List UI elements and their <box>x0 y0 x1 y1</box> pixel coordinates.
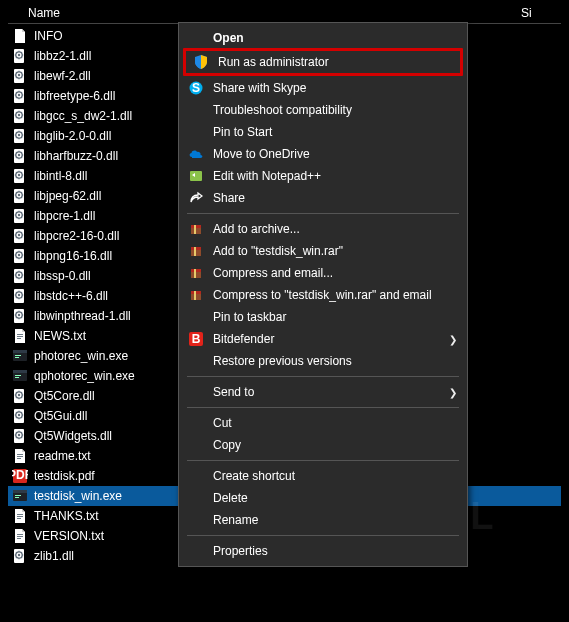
dll-icon <box>12 108 28 124</box>
svg-rect-52 <box>15 377 19 378</box>
dll-icon <box>12 388 28 404</box>
chevron-right-icon: ❯ <box>447 334 457 345</box>
svg-rect-70 <box>15 497 19 498</box>
menu-properties[interactable]: Properties <box>181 540 465 562</box>
menu-copy[interactable]: Copy <box>181 434 465 456</box>
dll-icon <box>12 288 28 304</box>
svg-rect-43 <box>17 336 23 337</box>
chevron-right-icon: ❯ <box>447 387 457 398</box>
pdf-icon: PDF <box>12 468 28 484</box>
menu-onedrive[interactable]: Move to OneDrive <box>181 143 465 165</box>
column-name[interactable]: Name <box>8 6 521 20</box>
menu-notepadpp[interactable]: Edit with Notepad++ <box>181 165 465 187</box>
menu-cut[interactable]: Cut <box>181 412 465 434</box>
svg-rect-91 <box>194 269 196 278</box>
menu-label: Compress to "testdisk_win.rar" and email <box>207 288 457 302</box>
svg-rect-44 <box>17 338 21 339</box>
menu-bitdefender[interactable]: B Bitdefender ❯ <box>181 328 465 350</box>
file-name: Qt5Core.dll <box>34 389 194 403</box>
menu-open[interactable]: Open <box>181 27 465 49</box>
winrar-icon <box>185 287 207 303</box>
menu-separator <box>187 535 459 536</box>
svg-point-23 <box>18 194 20 196</box>
dll-icon <box>12 408 28 424</box>
dll-icon <box>12 48 28 64</box>
file-name: libharfbuzz-0.dll <box>34 149 194 163</box>
svg-rect-82 <box>190 171 202 181</box>
menu-compress-email[interactable]: Compress and email... <box>181 262 465 284</box>
blank-icon <box>185 309 207 325</box>
svg-rect-69 <box>15 495 21 496</box>
menu-send-to[interactable]: Send to ❯ <box>181 381 465 403</box>
menu-shortcut[interactable]: Create shortcut <box>181 465 465 487</box>
svg-point-5 <box>18 74 20 76</box>
menu-label: Compress and email... <box>207 266 457 280</box>
txt-icon <box>12 508 28 524</box>
menu-restore[interactable]: Restore previous versions <box>181 350 465 372</box>
dll-icon <box>12 268 28 284</box>
svg-point-32 <box>18 254 20 256</box>
file-name: libfreetype-6.dll <box>34 89 194 103</box>
svg-rect-51 <box>15 375 21 376</box>
menu-compress-rar-email[interactable]: Compress to "testdisk_win.rar" and email <box>181 284 465 306</box>
file-name: photorec_win.exe <box>34 349 194 363</box>
menu-pin-start[interactable]: Pin to Start <box>181 121 465 143</box>
dll-icon <box>12 248 28 264</box>
file-name: readme.txt <box>34 449 194 463</box>
file-icon <box>12 28 28 44</box>
svg-point-11 <box>18 114 20 116</box>
menu-share[interactable]: Share <box>181 187 465 209</box>
svg-rect-85 <box>194 225 196 234</box>
menu-separator <box>187 213 459 214</box>
svg-rect-88 <box>194 247 196 256</box>
menu-label: Troubleshoot compatibility <box>207 103 457 117</box>
file-name: libwinpthread-1.dll <box>34 309 194 323</box>
column-size[interactable]: Si <box>521 6 561 20</box>
menu-troubleshoot[interactable]: Troubleshoot compatibility <box>181 99 465 121</box>
svg-point-35 <box>18 274 20 276</box>
winrar-icon <box>185 243 207 259</box>
blank-icon <box>185 512 207 528</box>
blank-icon <box>185 124 207 140</box>
menu-rename[interactable]: Rename <box>181 509 465 531</box>
menu-skype[interactable]: S Share with Skype <box>181 77 465 99</box>
svg-rect-94 <box>194 291 196 300</box>
menu-label: Open <box>207 31 457 45</box>
svg-rect-47 <box>15 355 21 356</box>
file-name: libpcre2-16-0.dll <box>34 229 194 243</box>
dll-icon <box>12 168 28 184</box>
svg-rect-62 <box>17 454 23 455</box>
file-name: libbz2-1.dll <box>34 49 194 63</box>
dll-icon <box>12 308 28 324</box>
svg-point-79 <box>18 554 20 556</box>
blank-icon <box>185 543 207 559</box>
svg-point-38 <box>18 294 20 296</box>
file-name: INFO <box>34 29 194 43</box>
svg-point-20 <box>18 174 20 176</box>
file-name: Qt5Widgets.dll <box>34 429 194 443</box>
menu-delete[interactable]: Delete <box>181 487 465 509</box>
svg-point-14 <box>18 134 20 136</box>
svg-point-41 <box>18 314 20 316</box>
dll-icon <box>12 148 28 164</box>
menu-separator <box>187 407 459 408</box>
file-name: THANKS.txt <box>34 509 194 523</box>
blank-icon <box>185 415 207 431</box>
menu-run-admin[interactable]: Run as administrator <box>186 51 460 73</box>
menu-label: Pin to Start <box>207 125 457 139</box>
menu-add-archive[interactable]: Add to archive... <box>181 218 465 240</box>
blank-icon <box>185 437 207 453</box>
menu-pin-taskbar[interactable]: Pin to taskbar <box>181 306 465 328</box>
svg-point-2 <box>18 54 20 56</box>
svg-point-61 <box>18 434 20 436</box>
dll-icon <box>12 68 28 84</box>
file-name: libglib-2.0-0.dll <box>34 129 194 143</box>
menu-label: Pin to taskbar <box>207 310 457 324</box>
svg-point-17 <box>18 154 20 156</box>
svg-rect-74 <box>17 534 23 535</box>
blank-icon <box>185 30 207 46</box>
menu-add-rar[interactable]: Add to "testdisk_win.rar" <box>181 240 465 262</box>
svg-rect-50 <box>13 370 27 373</box>
menu-label: Edit with Notepad++ <box>207 169 457 183</box>
svg-rect-72 <box>17 516 23 517</box>
